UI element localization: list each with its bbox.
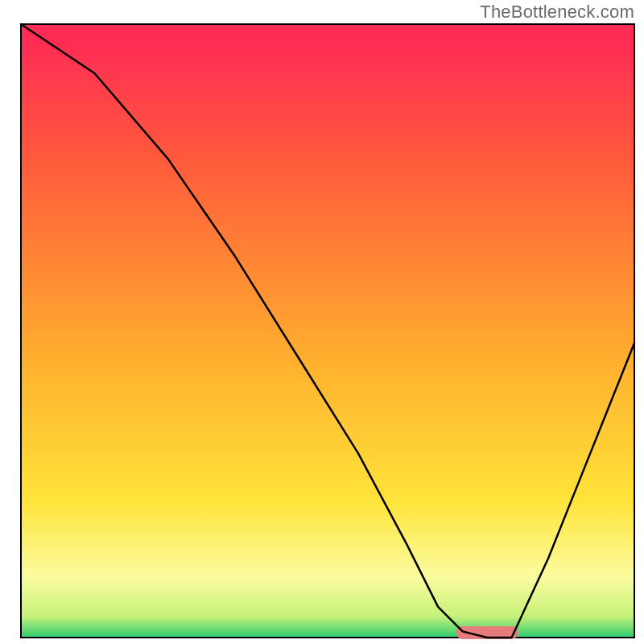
gradient-background bbox=[21, 24, 634, 638]
chart-canvas bbox=[0, 0, 644, 644]
bottleneck-chart: TheBottleneck.com bbox=[0, 0, 644, 644]
